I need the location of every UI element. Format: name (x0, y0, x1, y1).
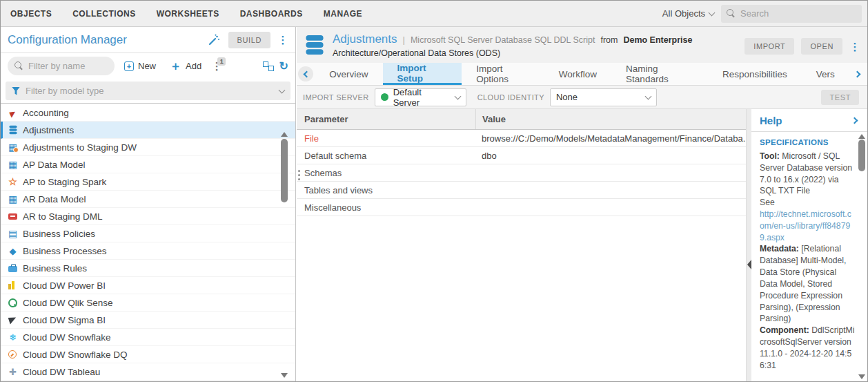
nav-dashboards[interactable]: DASHBOARDS (240, 9, 303, 19)
tab-import-options[interactable]: Import Options (462, 63, 544, 85)
list-item[interactable]: AR Data Model (1, 191, 295, 208)
open-button[interactable]: OPEN (801, 38, 842, 55)
table-header: Parameter Value (297, 109, 751, 130)
table-row[interactable]: File browse://C:/Demo/Models/MetadataMan… (297, 130, 751, 147)
tab-versions[interactable]: Vers (802, 63, 849, 85)
pending-actions-menu-icon[interactable]: ⋮ 1 (211, 61, 222, 71)
new-document-icon: + (124, 61, 134, 71)
tab-overview[interactable]: Overview (315, 63, 382, 85)
list-item[interactable]: Cloud DW Snowflake (1, 329, 295, 346)
chevron-down-icon (454, 93, 461, 99)
nav-objects[interactable]: OBJECTS (10, 9, 52, 19)
scrollbar-thumb[interactable] (858, 140, 865, 171)
tab-workflow[interactable]: Workflow (544, 63, 611, 85)
tab-import-setup[interactable]: Import Setup (383, 63, 462, 85)
table-row[interactable]: Miscellaneous (297, 199, 751, 216)
nav-manage[interactable]: MANAGE (324, 9, 362, 19)
sidebar-header: Configuration Manager BUILD ⋮ (1, 27, 295, 53)
test-button[interactable]: TEST (821, 90, 859, 105)
help-scrollbar[interactable] (858, 134, 866, 379)
scroll-up-icon[interactable] (858, 134, 865, 139)
import-server-row: IMPORT SERVER Default Server CLOUD IDENT… (297, 86, 867, 109)
title-separator: | (403, 35, 405, 45)
import-button[interactable]: IMPORT (744, 38, 794, 55)
star-icon (8, 177, 18, 187)
documentation-link[interactable]: http://technet.microsoft.com/en-us/libra… (760, 209, 855, 243)
filter-by-name-box[interactable] (8, 57, 115, 75)
scope-selector[interactable]: All Objects (662, 8, 714, 19)
filter-by-name-input[interactable] (28, 61, 108, 71)
database-icon (8, 125, 18, 135)
list-item[interactable]: Accounting (1, 104, 295, 122)
search-icon (14, 61, 23, 70)
list-item[interactable]: Cloud DW Snowflake DQ (1, 346, 295, 363)
table-row[interactable]: Default schema dbo (297, 147, 751, 164)
chevron-down-icon (279, 86, 286, 93)
sidebar: Configuration Manager BUILD ⋮ + New ＋ Ad… (1, 27, 296, 381)
list-item[interactable]: Cloud DW Power BI (1, 277, 295, 294)
tabs-scroll-left[interactable] (297, 63, 315, 85)
help-content: SPECIFICATIONS Tool: Microsoft / SQL Ser… (751, 132, 858, 381)
import-server-select[interactable]: Default Server (375, 88, 466, 106)
global-search[interactable] (721, 5, 862, 23)
database-icon (305, 34, 324, 56)
list-item-selected[interactable]: Adjustments (1, 122, 295, 139)
metadata-spec: Metadata: [Relational Database] Multi-Mo… (760, 243, 855, 325)
new-button[interactable]: + New (120, 61, 160, 71)
object-menu-icon[interactable]: ⋮ (849, 41, 860, 52)
search-input[interactable] (740, 8, 862, 19)
filter-by-model-type-input[interactable] (26, 86, 274, 96)
scrollbar-thumb[interactable] (281, 139, 288, 202)
list-item[interactable]: Cloud DW Tableau (1, 363, 295, 381)
configuration-list: Accounting Adjustments Adjustments to St… (1, 104, 295, 381)
panel-splitter[interactable] (298, 170, 300, 180)
sidebar-menu-icon[interactable]: ⋮ (277, 35, 288, 45)
list-item[interactable]: Business Policies (1, 225, 295, 242)
refresh-icon[interactable]: ↻ (279, 61, 288, 72)
import-server-label: IMPORT SERVER (303, 93, 369, 102)
data-model-icon (8, 160, 18, 170)
scroll-down-icon[interactable] (281, 373, 288, 378)
sidebar-scrollbar[interactable] (280, 132, 288, 378)
data-model-icon (8, 194, 18, 204)
tab-bar: Overview Import Setup Import Options Wor… (297, 63, 867, 86)
chevron-right-icon[interactable] (851, 117, 858, 124)
list-item[interactable]: Business Rules (1, 260, 295, 277)
list-item[interactable]: Cloud DW Sigma BI (1, 312, 295, 329)
list-item[interactable]: Adjustments to Staging DW (1, 139, 295, 156)
table-row[interactable]: Tables and views (297, 182, 751, 199)
build-button[interactable]: BUILD (228, 32, 270, 48)
add-button[interactable]: ＋ Add (166, 61, 206, 71)
top-nav: OBJECTS COLLECTIONS WORKSHEETS DASHBOARD… (1, 1, 867, 27)
document-icon (8, 229, 18, 239)
list-item[interactable]: Cloud DW Qlik Sense (1, 294, 295, 312)
tab-responsibilities[interactable]: Responsibilities (708, 63, 802, 85)
scope-label: All Objects (662, 8, 705, 19)
tableau-icon (8, 367, 18, 377)
list-item[interactable]: AP to Staging Spark (1, 173, 295, 191)
tabs-scroll-right[interactable] (849, 63, 867, 85)
wand-icon[interactable] (208, 34, 220, 46)
scroll-down-icon[interactable] (858, 374, 865, 379)
object-source: Demo Enterprise (623, 35, 692, 45)
tool-spec: Tool: Microsoft / SQL Server Database ve… (760, 151, 855, 197)
hierarchy-view-icon[interactable] (262, 61, 274, 71)
filter-funnel-icon (12, 87, 20, 95)
accounting-icon (8, 108, 18, 118)
dml-icon (8, 211, 18, 222)
list-item[interactable]: AR to Staging DML (1, 208, 295, 225)
list-item[interactable]: AP Data Model (1, 156, 295, 173)
help-header: Help (751, 109, 867, 132)
list-item[interactable]: Business Processes (1, 242, 295, 260)
tab-naming-standards[interactable]: Naming Standards (611, 63, 708, 85)
filter-by-model-type-box[interactable] (6, 82, 290, 100)
cloud-identity-select[interactable]: None (550, 88, 657, 106)
help-panel-splitter[interactable] (746, 109, 751, 381)
nav-collections[interactable]: COLLECTIONS (72, 9, 136, 19)
object-title: Adjustments (333, 32, 397, 46)
table-row[interactable]: Schemas (297, 164, 751, 182)
object-model-type: Microsoft SQL Server Database SQL DDL Sc… (411, 35, 595, 45)
collapse-handle-icon[interactable] (747, 260, 751, 269)
nav-worksheets[interactable]: WORKSHEETS (157, 9, 219, 19)
scroll-up-icon[interactable] (281, 132, 288, 137)
